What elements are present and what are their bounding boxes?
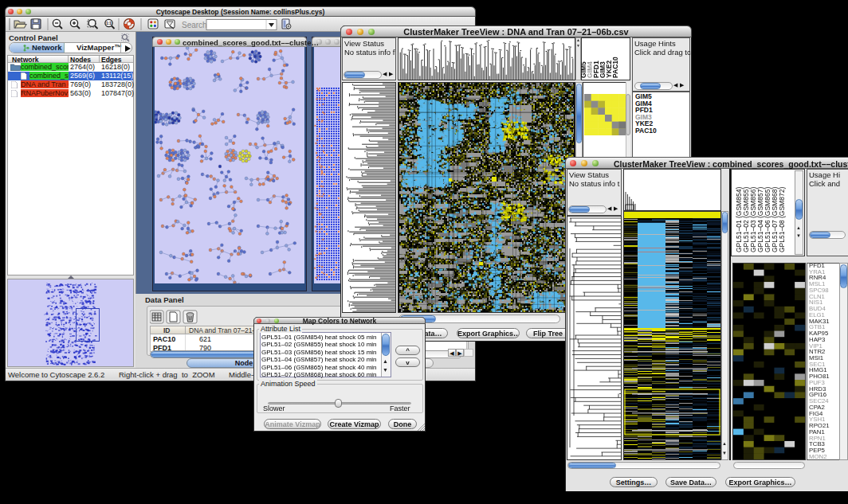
svg-text:1:1: 1:1 bbox=[106, 21, 112, 25]
svg-text:Search:: Search: bbox=[182, 21, 209, 29]
